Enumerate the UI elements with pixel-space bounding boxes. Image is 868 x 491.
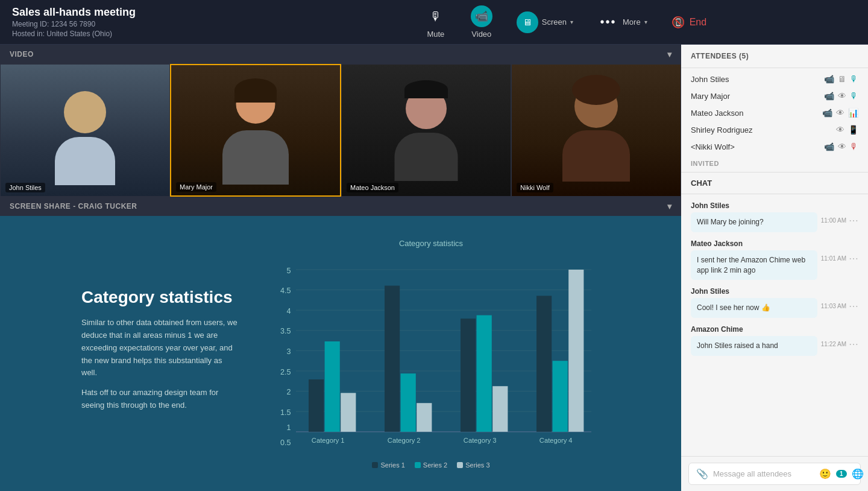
chat-time-col-2: 11:01 AM ⋯ [821, 250, 858, 264]
end-label: End [690, 17, 706, 28]
svg-text:2.5: 2.5 [280, 367, 291, 376]
svg-rect-28 [461, 318, 476, 432]
video-tile-nikki: Nikki Wolf [511, 64, 681, 197]
screen-content: Category statistics Similar to other dat… [0, 216, 681, 491]
top-bar: Sales all-hands meeting Meeting ID: 1234… [0, 0, 868, 45]
message-badge: 1 [836, 470, 847, 478]
video-section-header[interactable]: VIDEO ▾ [0, 45, 681, 64]
chat-input-box: 📎 🙂 1 🌐 ▾ ➤ [688, 463, 861, 485]
chat-input[interactable] [713, 469, 814, 478]
screen-collapse-icon[interactable]: ▾ [667, 201, 672, 211]
mute-label: Mute [427, 30, 444, 39]
slide-body-1: Similar to other data obtained from user… [81, 317, 238, 379]
video-label: Video [471, 30, 491, 39]
translate-icon[interactable]: 🌐 [852, 468, 864, 480]
msg-menu-4[interactable]: ⋯ [849, 338, 858, 350]
more-icon: ••• [597, 11, 619, 33]
mute-button[interactable]: 🎙 Mute [415, 2, 456, 42]
screen-button[interactable]: 🖥 Screen ▾ [507, 8, 583, 37]
chat-bubble-4: John Stiles raised a hand [691, 336, 817, 356]
video-tile-john: John Stiles [0, 64, 170, 197]
screen-share-header[interactable]: SCREEN SHARE - CRAIG TUCKER ▾ [0, 197, 681, 216]
chat-msg-4: Amazon Chime John Stiles raised a hand 1… [691, 325, 858, 356]
screen-dropdown-arrow: ▾ [570, 19, 573, 25]
bar-chart: 5 4.5 4 3.5 3 2.5 2 1.5 1 0.5 [262, 253, 600, 455]
attendee-name-john: John Stiles [691, 75, 819, 84]
attendee-name-nikki: <Nikki Wolf> [691, 142, 819, 151]
legend-series1: Series 1 [372, 461, 404, 469]
video-name-mateo: Mateo Jackson [347, 183, 398, 192]
right-panel: ATTENDEES (5) John Stiles 📹 🖥 🎙 Mary Maj… [681, 45, 868, 491]
attendee-icons-mateo: 📹 👁 📊 [822, 108, 858, 118]
video-icon-nikki: 📹 [824, 142, 834, 151]
legend-dot-1 [372, 462, 378, 468]
screen-icon-john: 🖥 [838, 74, 846, 84]
attendee-row-mary: Mary Major 📹 👁 🎙 [681, 87, 868, 104]
chat-messages[interactable]: John Stiles Will Mary be joining? 11:00 … [681, 194, 868, 456]
svg-text:Category 3: Category 3 [464, 437, 497, 444]
mic-icon-mary: 🎙 [850, 91, 858, 101]
svg-text:0.5: 0.5 [280, 439, 291, 447]
video-icon-mateo: 📹 [822, 108, 832, 118]
phone-icon-shirley: 📱 [848, 125, 858, 135]
eye-icon-nikki: 👁 [838, 142, 846, 151]
chat-msg-1: John Stiles Will Mary be joining? 11:00 … [691, 201, 858, 232]
attendee-icons-john: 📹 🖥 🎙 [824, 74, 858, 84]
emoji-icon[interactable]: 🙂 [819, 468, 831, 480]
attendee-name-mateo: Mateo Jackson [691, 109, 817, 118]
chat-bubble-row-1: Will Mary be joining? 11:00 AM ⋯ [691, 212, 858, 232]
svg-rect-30 [492, 386, 508, 432]
svg-rect-22 [341, 393, 356, 431]
attendees-header: ATTENDEES (5) [681, 45, 868, 68]
legend-dot-3 [457, 462, 463, 468]
chat-time-text-1: 11:00 AM [821, 217, 846, 224]
video-name-mary: Mary Major [176, 182, 216, 192]
svg-rect-21 [325, 341, 340, 432]
chat-header: CHAT [681, 173, 868, 194]
chat-time-col-3: 11:03 AM ⋯ [821, 298, 858, 312]
attendees-list: John Stiles 📹 🖥 🎙 Mary Major 📹 👁 🎙 Mat [681, 68, 868, 173]
chat-bubble-row-4: John Stiles raised a hand 11:22 AM ⋯ [691, 336, 858, 356]
video-button[interactable]: 📹 Video [461, 2, 502, 42]
attendee-row-john: John Stiles 📹 🖥 🎙 [681, 71, 868, 87]
slide-inner: Category statistics Similar to other dat… [81, 239, 600, 469]
more-dropdown-arrow: ▾ [644, 19, 647, 25]
meeting-title: Sales all-hands meeting [12, 6, 136, 19]
end-button[interactable]: 📵 End [662, 12, 716, 33]
svg-text:5: 5 [287, 266, 291, 274]
svg-text:3.5: 3.5 [280, 327, 291, 335]
svg-text:Category 4: Category 4 [539, 437, 573, 444]
chat-sender-1: John Stiles [691, 201, 858, 210]
svg-rect-25 [401, 373, 416, 432]
msg-menu-2[interactable]: ⋯ [849, 253, 858, 264]
chat-bubble-2: I sent her the Amazon Chime web app link… [691, 250, 817, 280]
chat-input-area: 📎 🙂 1 🌐 ▾ ➤ [681, 456, 868, 491]
mic-icon-john: 🎙 [850, 74, 858, 84]
chat-time-2: 11:01 AM ⋯ [821, 253, 858, 264]
chart-container: Category statistics [262, 239, 600, 469]
svg-text:4.5: 4.5 [280, 287, 291, 295]
video-tile-mary: Mary Major [170, 64, 341, 197]
screen-share-section: SCREEN SHARE - CRAIG TUCKER ▾ Category s… [0, 197, 681, 491]
msg-menu-1[interactable]: ⋯ [849, 215, 858, 226]
chat-bubble-row-3: Cool! I see her now 👍 11:03 AM ⋯ [691, 298, 858, 318]
meeting-hosted: Hosted in: United States (Ohio) [12, 30, 136, 38]
more-button[interactable]: ••• More ▾ [588, 8, 657, 37]
chat-time-text-4: 11:22 AM [821, 341, 846, 347]
chat-sender-4: Amazon Chime [691, 325, 858, 334]
chat-input-icons: 🙂 1 🌐 ▾ ➤ [819, 468, 868, 480]
attendee-row-nikki: <Nikki Wolf> 📹 👁 🎙 [681, 138, 868, 155]
attachment-icon[interactable]: 📎 [696, 468, 708, 480]
chat-time-1: 11:00 AM ⋯ [821, 215, 858, 226]
eye-icon-shirley: 👁 [836, 125, 844, 135]
video-collapse-icon[interactable]: ▾ [667, 49, 672, 59]
slide-body-2: Hats off to our amazing design team for … [81, 387, 238, 412]
svg-text:Category 1: Category 1 [312, 437, 345, 444]
svg-rect-26 [417, 403, 432, 432]
attendee-icons-nikki: 📹 👁 🎙 [824, 142, 858, 151]
chat-bubble-row-2: I sent her the Amazon Chime web app link… [691, 250, 858, 280]
msg-menu-3[interactable]: ⋯ [849, 300, 858, 312]
legend-series2: Series 2 [415, 461, 447, 469]
svg-text:Category 2: Category 2 [388, 437, 421, 444]
chart-legend: Series 1 Series 2 Series 3 [262, 461, 600, 469]
